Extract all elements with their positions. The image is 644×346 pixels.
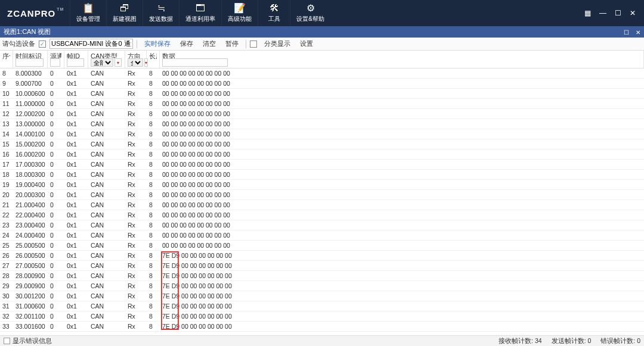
tab-close-icon[interactable]: ✕ — [636, 29, 640, 36]
tab-restore-icon[interactable]: ☐ — [624, 29, 629, 36]
col-channel[interactable]: 源通道 — [50, 52, 61, 58]
table-row[interactable]: 1515.00020000x1CANRx800 00 00 00 00 00 0… — [0, 139, 644, 149]
cell: 0 — [48, 211, 64, 219]
minimize-icon[interactable]: — — [599, 9, 606, 17]
device-dropdown[interactable] — [49, 39, 133, 49]
col-time[interactable]: 时间标识 — [16, 52, 45, 58]
table-row[interactable]: 2323.00040000x1CANRx800 00 00 00 00 00 0… — [0, 220, 644, 230]
cell: 0x1 — [64, 323, 88, 330]
cell: Rx — [125, 110, 147, 117]
toolbar-item-4[interactable]: 📝高级功能 — [221, 0, 258, 26]
cell: 0 — [48, 201, 64, 208]
cell: 0 — [48, 130, 64, 138]
cell: 0 — [48, 141, 64, 148]
cell: CAN — [88, 120, 125, 127]
col-seq[interactable]: 序号 — [2, 52, 10, 60]
table-row[interactable]: 3333.00160000x1CANRx87E D9 00 00 00 00 0… — [0, 322, 644, 332]
grid-view-icon[interactable]: ▦ — [584, 9, 591, 17]
cell: CAN — [88, 211, 125, 219]
maximize-icon[interactable]: ☐ — [615, 9, 621, 17]
toolbar-item-0[interactable]: 📋设备管理 — [70, 0, 106, 26]
toolbar-item-2[interactable]: ≒发送数据 — [143, 0, 179, 26]
filter-frame-id[interactable] — [67, 58, 84, 67]
classified-checkbox[interactable]: ✓ — [250, 40, 257, 48]
col-length[interactable]: 长度 — [149, 52, 157, 60]
cell: CAN — [88, 262, 125, 269]
table-row[interactable]: 1212.00020000x1CANRx800 00 00 00 00 00 0… — [0, 109, 644, 119]
cell: 00 00 00 00 00 00 00 00 — [160, 211, 644, 219]
filter-can-type[interactable]: 全部 — [91, 58, 113, 67]
table-row[interactable]: 2929.00090000x1CANRx87E D9 00 00 00 00 0… — [0, 281, 644, 291]
table-row[interactable]: 1010.00060000x1CANRx800 00 00 00 00 00 0… — [0, 89, 644, 99]
table-row[interactable]: 2828.00090000x1CANRx87E D9 00 00 00 00 0… — [0, 271, 644, 281]
table-row[interactable]: 1717.00030000x1CANRx800 00 00 00 00 00 0… — [0, 160, 644, 170]
cell: 0x1 — [64, 130, 88, 138]
clear-button[interactable]: 清空 — [199, 38, 219, 49]
filter-can-type-drop-icon[interactable]: ▾ — [114, 58, 122, 67]
device-checkbox[interactable]: ✓ — [39, 40, 46, 48]
filter-channel[interactable] — [50, 58, 60, 67]
realtime-save-button[interactable]: 实时保存 — [141, 38, 174, 49]
cell: 00 00 00 00 00 00 00 00 — [160, 151, 644, 158]
cell: CAN — [88, 171, 125, 178]
table-row[interactable]: 2727.00050000x1CANRx87E D9 00 00 00 00 0… — [0, 261, 644, 271]
save-button[interactable]: 保存 — [177, 38, 197, 49]
view-tab-title[interactable]: 视图1:CAN 视图 — [4, 27, 619, 36]
table-row[interactable]: 1818.00030000x1CANRx800 00 00 00 00 00 0… — [0, 170, 644, 180]
toolbar: 请勾选设备 ✓ 实时保存 保存 清空 暂停 ✓ 分类显示 设置 — [0, 38, 644, 51]
col-frame-id[interactable]: 帧ID — [67, 52, 85, 58]
show-error-checkbox[interactable] — [4, 338, 10, 344]
cell: 8 — [147, 100, 160, 107]
cell: 8 — [147, 211, 160, 219]
toolbar-item-1[interactable]: 🗗新建视图 — [106, 0, 143, 26]
table-row[interactable]: 3131.00060000x1CANRx87E D9 00 00 00 00 0… — [0, 301, 644, 311]
cell: 00 00 00 00 00 00 00 00 — [160, 141, 644, 148]
pause-button[interactable]: 暂停 — [222, 38, 242, 49]
table-row[interactable]: 99.00070000x1CANRx800 00 00 00 00 00 00 … — [0, 79, 644, 89]
cell: Rx — [125, 181, 147, 188]
table-row[interactable]: 88.00030000x1CANRx800 00 00 00 00 00 00 … — [0, 68, 644, 79]
settings-button[interactable]: 设置 — [296, 38, 317, 49]
table-row[interactable]: 2020.00030000x1CANRx800 00 00 00 00 00 0… — [0, 190, 644, 200]
toolbar-item-5[interactable]: 🛠工具 — [258, 0, 290, 26]
table-row[interactable]: 1616.00020000x1CANRx800 00 00 00 00 00 0… — [0, 149, 644, 160]
cell: Rx — [125, 232, 147, 239]
toolbar-label: 高级功能 — [228, 15, 252, 23]
table-row[interactable]: 1313.00000000x1CANRx800 00 00 00 00 00 0… — [0, 119, 644, 129]
table-row[interactable]: 1111.00000000x1CANRx800 00 00 00 00 00 0… — [0, 99, 644, 109]
cell: Rx — [125, 151, 147, 158]
cell: 29.000900 — [13, 282, 48, 289]
cell: 27.000500 — [13, 262, 48, 269]
cell: 22.000400 — [13, 211, 48, 219]
view-tab-controls: ☐ ✕ — [619, 29, 640, 36]
cell: Rx — [125, 272, 147, 279]
cell: CAN — [88, 201, 125, 208]
window-controls: ▦ — ☐ ✕ — [576, 0, 644, 26]
table-row[interactable]: 2525.00050000x1CANRx800 00 00 00 00 00 0… — [0, 241, 644, 251]
table-row[interactable]: 2626.00050000x1CANRx87E D9 00 00 00 00 0… — [0, 251, 644, 261]
cell: 00 00 00 00 00 00 00 00 — [160, 70, 644, 77]
cell: 20.000300 — [13, 191, 48, 198]
toolbar-item-6[interactable]: ⚙设置&帮助 — [290, 0, 330, 26]
col-direction[interactable]: 方向 — [128, 52, 144, 58]
col-can-type[interactable]: CAN类型 — [91, 52, 122, 58]
filter-time[interactable] — [16, 58, 44, 67]
col-data[interactable]: 数据 — [162, 52, 641, 58]
table-row[interactable]: 1414.00010000x1CANRx800 00 00 00 00 00 0… — [0, 129, 644, 139]
cell: 21 — [0, 201, 13, 208]
table-row[interactable]: 2424.00040000x1CANRx800 00 00 00 00 00 0… — [0, 230, 644, 241]
title-bar: ZCANPRO TM 📋设备管理🗗新建视图≒发送数据🗔通道利用率📝高级功能🛠工具… — [0, 0, 644, 26]
table-row[interactable]: 3232.00110000x1CANRx87E D9 00 00 00 00 0… — [0, 311, 644, 322]
cell: CAN — [88, 232, 125, 239]
toolbar-item-3[interactable]: 🗔通道利用率 — [179, 0, 221, 26]
table-row[interactable]: 2121.00040000x1CANRx800 00 00 00 00 00 0… — [0, 200, 644, 210]
table-header: 序号 时间标识 源通道 帧ID CAN类型 全部 ▾ 方向 全部 ▾ — [0, 51, 644, 68]
close-icon[interactable]: ✕ — [630, 9, 636, 17]
filter-direction[interactable]: 全部 — [128, 58, 143, 67]
filter-data[interactable] — [162, 58, 228, 67]
table-row[interactable]: 3030.00120000x1CANRx87E D9 00 00 00 00 0… — [0, 291, 644, 301]
classified-display-button[interactable]: 分类显示 — [261, 38, 294, 49]
table-body[interactable]: 88.00030000x1CANRx800 00 00 00 00 00 00 … — [0, 68, 644, 335]
table-row[interactable]: 1919.00040000x1CANRx800 00 00 00 00 00 0… — [0, 180, 644, 190]
table-row[interactable]: 2222.00040000x1CANRx800 00 00 00 00 00 0… — [0, 210, 644, 220]
